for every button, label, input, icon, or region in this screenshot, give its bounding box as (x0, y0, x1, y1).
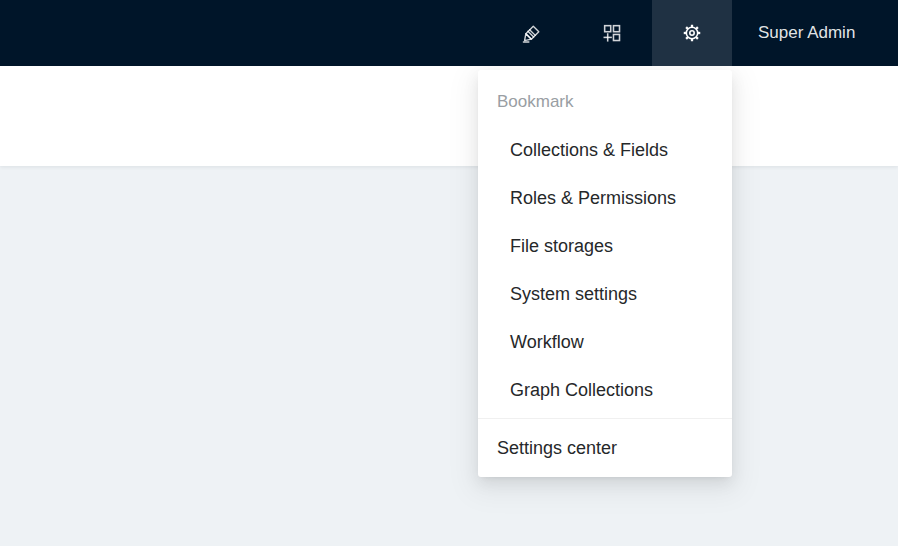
settings-button[interactable] (652, 0, 732, 66)
page-header (0, 66, 898, 166)
menu-group-label: Bookmark (478, 82, 732, 122)
user-menu[interactable]: Super Admin (732, 0, 898, 66)
topbar: Super Admin (0, 0, 898, 66)
menu-item-file-storages[interactable]: File storages (478, 226, 732, 266)
menu-item-roles-permissions[interactable]: Roles & Permissions (478, 178, 732, 218)
menu-item-collections-fields[interactable]: Collections & Fields (478, 130, 732, 170)
menu-item-workflow[interactable]: Workflow (478, 322, 732, 362)
ui-editor-button[interactable] (492, 0, 572, 66)
menu-item-settings-center[interactable]: Settings center (478, 419, 732, 477)
gear-icon (681, 22, 703, 44)
menu-item-graph-collections[interactable]: Graph Collections (478, 370, 732, 410)
user-label: Super Admin (758, 23, 855, 43)
menu-item-system-settings[interactable]: System settings (478, 274, 732, 314)
screen: Super Admin Bookmark Collections & Field… (0, 0, 898, 546)
plugins-button[interactable] (572, 0, 652, 66)
appstore-add-icon (601, 22, 623, 44)
menu-group-items: Collections & Fields Roles & Permissions… (478, 130, 732, 410)
settings-dropdown-menu: Bookmark Collections & Fields Roles & Pe… (478, 70, 732, 477)
highlighter-icon (521, 22, 543, 44)
